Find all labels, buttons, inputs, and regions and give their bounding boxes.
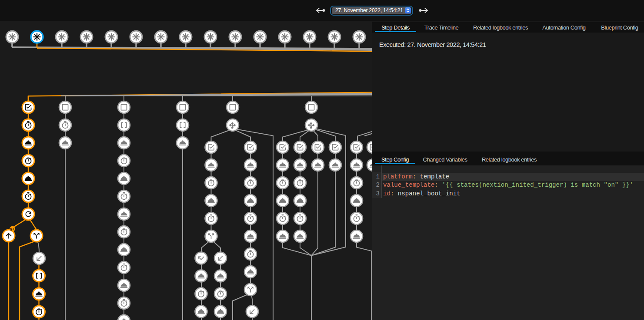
svg-text:9+: 9+ — [10, 227, 14, 231]
